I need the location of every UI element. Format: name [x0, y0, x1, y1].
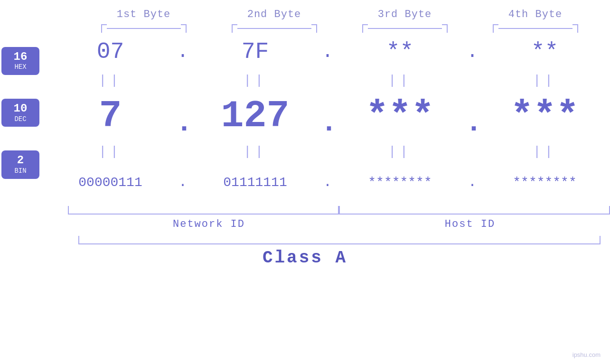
bracket-byte3 [339, 24, 470, 33]
hex-b4-cell: ** [479, 39, 610, 65]
dec-b4-cell: *** [479, 94, 610, 138]
bracket-byte4 [470, 24, 601, 33]
hex-b1-cell: 07 [45, 39, 176, 65]
dot-hex-1: . [176, 41, 190, 63]
byte2-header: 2nd Byte [209, 9, 339, 20]
bin-b4-cell: ******** [479, 175, 610, 190]
eq2-b1: || [45, 144, 176, 159]
dec-b3-cell: *** [335, 94, 465, 138]
eq2-b4: || [479, 144, 610, 159]
dot-bin-3: . [465, 174, 479, 190]
id-labels-row: Network ID Host ID [0, 218, 610, 230]
dec-b2-cell: 127 [190, 94, 320, 138]
dot-hex-2: . [320, 41, 335, 63]
bin-values-row: 00000111 . 01111111 . ******** . *******… [45, 161, 610, 204]
dot-bin-1: . [176, 174, 190, 190]
class-bracket [78, 236, 601, 244]
dec-values-row: 7 . 127 . *** . *** [45, 90, 610, 142]
byte1-header: 1st Byte [78, 9, 209, 20]
eq1-b1: || [45, 73, 176, 88]
data-columns: 07 . 7F . ** . ** || || [45, 33, 610, 204]
top-brackets [0, 24, 610, 33]
class-bracket-row [0, 236, 610, 244]
values-area: 16 HEX 10 DEC 2 BIN 07 . 7F [0, 33, 610, 204]
equals-row-1: || || || || [45, 71, 610, 90]
eq1-b2: || [190, 73, 320, 88]
badges-column: 16 HEX 10 DEC 2 BIN [0, 33, 45, 204]
byte3-header: 3rd Byte [339, 9, 470, 20]
main-container: 1st Byte 2nd Byte 3rd Byte 4th Byte [0, 0, 610, 364]
bin-b1-cell: 00000111 [45, 175, 176, 190]
bin-b3-cell: ******** [335, 175, 465, 190]
eq1-b4: || [479, 73, 610, 88]
byte-headers-row: 1st Byte 2nd Byte 3rd Byte 4th Byte [0, 0, 610, 20]
eq2-b3: || [335, 144, 465, 159]
hex-values-row: 07 . 7F . ** . ** [45, 33, 610, 71]
network-id-label: Network ID [78, 218, 339, 230]
bracket-byte2 [209, 24, 339, 33]
host-bracket [339, 206, 610, 215]
equals-row-2: || || || || [45, 142, 610, 161]
dot-dec-1: . [176, 107, 190, 139]
eq1-b3: || [335, 73, 465, 88]
network-bracket [68, 206, 339, 215]
hex-badge: 16 HEX [1, 47, 39, 75]
class-a-label: Class A [263, 248, 347, 268]
dot-bin-2: . [320, 174, 335, 190]
dot-dec-3: . [465, 107, 479, 139]
dec-badge: 10 DEC [1, 99, 39, 127]
byte4-header: 4th Byte [470, 9, 601, 20]
bin-badge: 2 BIN [1, 150, 39, 178]
bottom-brackets-row [0, 206, 610, 215]
bracket-byte1 [78, 24, 209, 33]
hex-b3-cell: ** [335, 39, 465, 65]
watermark: ipshu.com [572, 351, 601, 358]
host-id-label: Host ID [339, 218, 601, 230]
dot-hex-3: . [465, 41, 479, 63]
hex-b2-cell: 7F [190, 39, 320, 65]
dec-b1-cell: 7 [45, 94, 176, 138]
eq2-b2: || [190, 144, 320, 159]
class-label-row: Class A [0, 248, 610, 268]
bin-b2-cell: 01111111 [190, 175, 320, 190]
dot-dec-2: . [320, 107, 335, 139]
